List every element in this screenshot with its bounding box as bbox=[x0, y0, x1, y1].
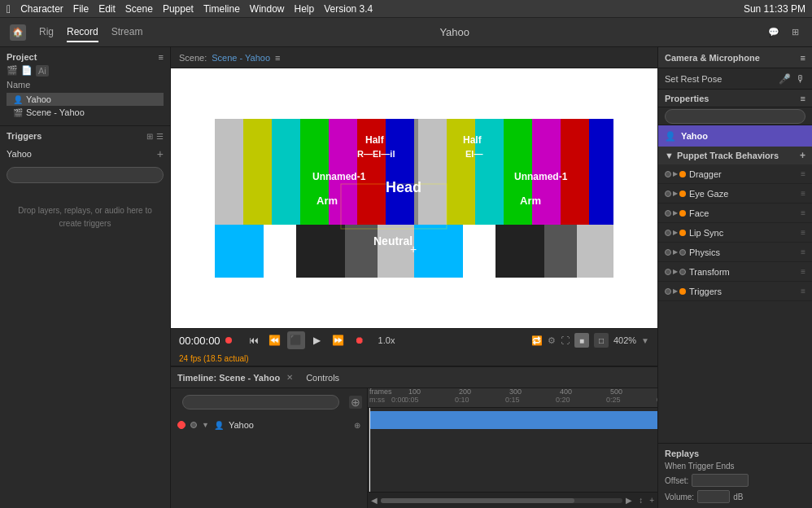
behavior-lipsync-menu[interactable]: ≡ bbox=[801, 228, 805, 237]
puppet-name-bar[interactable]: 👤 Yahoo bbox=[658, 125, 812, 147]
volume-input[interactable] bbox=[697, 490, 730, 503]
test-pattern-svg: Half R—El—il Unnamed-1 Arm Head Neutral … bbox=[215, 119, 613, 278]
vis-dot-1[interactable] bbox=[665, 288, 671, 295]
timeline-close[interactable]: ✕ bbox=[286, 373, 293, 382]
rewind-button[interactable]: ⏮ bbox=[245, 331, 263, 349]
behavior-transform-menu[interactable]: ≡ bbox=[801, 267, 805, 276]
home-button[interactable]: 🏠 bbox=[10, 24, 26, 41]
behavior-triggers-menu[interactable]: ≡ bbox=[801, 287, 805, 296]
proj-icon-2[interactable]: 📄 bbox=[21, 65, 33, 77]
menu-help[interactable]: Help bbox=[295, 3, 315, 15]
behavior-lipsync[interactable]: ▶ Lip Sync ≡ bbox=[658, 223, 812, 243]
apple-logo[interactable]:  bbox=[7, 2, 11, 15]
vis-dot-1[interactable] bbox=[665, 249, 671, 256]
forward-frame-button[interactable]: ⏩ bbox=[330, 331, 347, 349]
menu-edit[interactable]: Edit bbox=[98, 3, 116, 15]
track-add-button[interactable]: ⊕ bbox=[349, 396, 362, 409]
vis-dot-1[interactable] bbox=[665, 190, 671, 197]
play-button[interactable]: ▶ bbox=[308, 331, 326, 349]
vis-dot-2[interactable] bbox=[679, 230, 686, 236]
prop-search-input[interactable] bbox=[665, 109, 805, 124]
tab-rig[interactable]: Rig bbox=[39, 23, 54, 42]
project-menu-icon[interactable]: ≡ bbox=[159, 52, 164, 62]
scroll-bar[interactable] bbox=[381, 498, 622, 503]
menu-window[interactable]: Window bbox=[250, 3, 285, 15]
track-chevron[interactable]: ▼ bbox=[202, 421, 209, 429]
proj-icon-1[interactable]: 🎬 bbox=[7, 65, 18, 77]
menu-puppet[interactable]: Puppet bbox=[163, 3, 194, 15]
record-button[interactable]: ⏺ bbox=[351, 331, 369, 349]
menu-time: Sun 11:33 PM bbox=[744, 3, 805, 15]
scroll-right[interactable]: ▶ bbox=[622, 496, 635, 505]
back-frame-button[interactable]: ⏪ bbox=[266, 331, 284, 349]
triggers-search-input[interactable] bbox=[7, 167, 164, 183]
track-item-yahoo[interactable]: ▼ 👤 Yahoo ⊕ bbox=[171, 413, 367, 437]
stop-button[interactable]: ⬛ bbox=[287, 331, 305, 349]
vis-dot-2[interactable] bbox=[679, 171, 686, 177]
trigger-icon-1[interactable]: ⊞ bbox=[146, 132, 153, 141]
window-icon[interactable]: ⊞ bbox=[788, 25, 802, 40]
vis-dot-2[interactable] bbox=[679, 190, 686, 197]
menu-character[interactable]: Character bbox=[20, 3, 63, 15]
tab-record[interactable]: Record bbox=[67, 23, 98, 42]
behavior-physics-menu[interactable]: ≡ bbox=[801, 247, 805, 256]
behavior-face-menu[interactable]: ≡ bbox=[801, 208, 805, 217]
loop-button[interactable]: 🔁 bbox=[531, 335, 543, 346]
expand-icon[interactable]: ↕ bbox=[635, 496, 646, 505]
cam-icon[interactable]: ≡ bbox=[801, 53, 805, 63]
toolbar-tabs: Rig Record Stream bbox=[39, 23, 142, 42]
track-vis-on[interactable] bbox=[177, 421, 186, 429]
scene-menu-icon[interactable]: ≡ bbox=[275, 53, 280, 63]
behavior-eyegaze-menu[interactable]: ≡ bbox=[801, 189, 805, 198]
offset-input[interactable] bbox=[692, 474, 749, 487]
properties-menu-icon[interactable]: ≡ bbox=[801, 94, 805, 103]
timeline-clip[interactable] bbox=[369, 411, 657, 429]
chat-icon[interactable]: 💬 bbox=[766, 25, 781, 40]
vis-dot-1[interactable] bbox=[665, 171, 671, 177]
right-panel: Camera & Microphone ≡ Set Rest Pose 🎤 🎙 … bbox=[657, 47, 812, 508]
tab-stream[interactable]: Stream bbox=[111, 23, 143, 42]
view-btn-2[interactable]: □ bbox=[594, 333, 609, 348]
zoom-chevron[interactable]: ▼ bbox=[641, 336, 649, 345]
puppet-track-header[interactable]: ▼ Puppet Track Behaviors + bbox=[658, 147, 812, 164]
trigger-icon-2[interactable]: ☰ bbox=[156, 132, 164, 141]
vis-dot-2[interactable] bbox=[679, 269, 686, 275]
set-rest-pose-button[interactable]: Set Rest Pose bbox=[665, 74, 722, 84]
menu-file[interactable]: File bbox=[73, 3, 89, 15]
scroll-left[interactable]: ◀ bbox=[368, 496, 381, 505]
fullscreen-button[interactable]: ⛶ bbox=[561, 335, 570, 345]
behavior-face[interactable]: ▶ Face ≡ bbox=[658, 204, 812, 223]
menu-timeline[interactable]: Timeline bbox=[203, 3, 240, 15]
settings-button[interactable]: ⚙ bbox=[548, 335, 556, 346]
mic-icon[interactable]: 🎤 bbox=[779, 73, 791, 85]
file-item-scene[interactable]: 🎬 Scene - Yahoo bbox=[7, 106, 164, 119]
track-dot-2[interactable] bbox=[190, 422, 197, 428]
puppet-track-add[interactable]: + bbox=[800, 150, 805, 161]
proj-icon-3[interactable]: Ai bbox=[36, 65, 49, 77]
triggers-add-button[interactable]: + bbox=[157, 147, 164, 160]
timeline-content[interactable] bbox=[368, 408, 657, 492]
behavior-eyegaze[interactable]: ▶ Eye Gaze ≡ bbox=[658, 184, 812, 204]
tab-controls[interactable]: Controls bbox=[306, 373, 339, 383]
track-search-input[interactable] bbox=[182, 395, 339, 409]
track-extra-icon[interactable]: ⊕ bbox=[354, 421, 360, 430]
behavior-physics[interactable]: ▶ Physics ≡ bbox=[658, 243, 812, 262]
file-item-yahoo[interactable]: 👤 Yahoo bbox=[7, 93, 164, 106]
behavior-dragger-menu[interactable]: ≡ bbox=[801, 169, 805, 178]
scene-link[interactable]: Scene - Yahoo bbox=[212, 53, 270, 63]
volume-field: Volume: dB bbox=[665, 490, 805, 503]
timeline-playhead[interactable] bbox=[369, 408, 370, 492]
view-btn-1[interactable]: ■ bbox=[574, 333, 589, 348]
menu-scene[interactable]: Scene bbox=[125, 3, 153, 15]
vis-dot-2[interactable] bbox=[679, 210, 686, 217]
vis-dot-2[interactable] bbox=[679, 249, 686, 256]
vis-dot-1[interactable] bbox=[665, 269, 671, 275]
behavior-triggers[interactable]: ▶ Triggers ≡ bbox=[658, 282, 812, 301]
cam2-icon[interactable]: 🎙 bbox=[796, 73, 805, 85]
behavior-dragger[interactable]: ▶ Dragger ≡ bbox=[658, 164, 812, 184]
behavior-transform[interactable]: ▶ Transform ≡ bbox=[658, 262, 812, 282]
vis-dot-1[interactable] bbox=[665, 230, 671, 236]
vis-dot-2[interactable] bbox=[679, 288, 686, 295]
zoom-in-timeline[interactable]: + bbox=[646, 496, 657, 505]
vis-dot-1[interactable] bbox=[665, 210, 671, 217]
